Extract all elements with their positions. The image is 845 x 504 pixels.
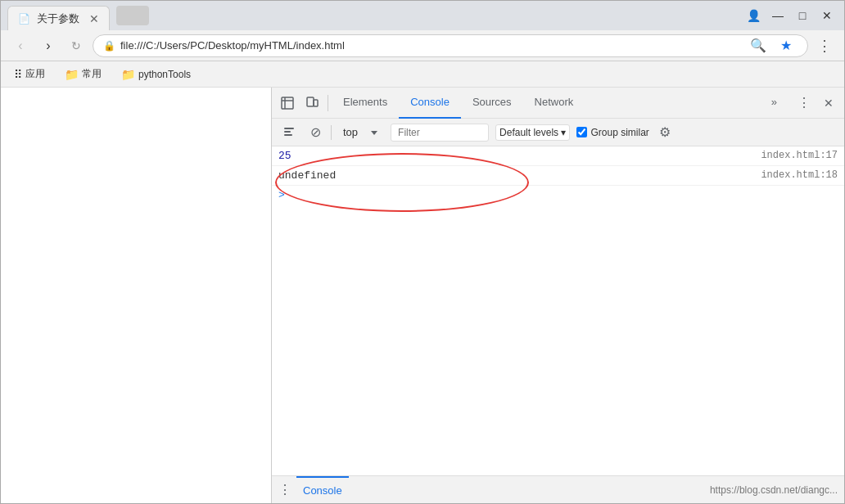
window-controls: 👤 — □ ✕ [743, 5, 838, 26]
user-account-button[interactable]: 👤 [743, 5, 764, 26]
title-bar: 📄 关于参数 ✕ 👤 — □ ✕ [1, 1, 844, 30]
svg-rect-5 [284, 128, 294, 129]
apps-grid-icon: ⠿ [14, 68, 22, 81]
url-bar[interactable]: 🔒 file:///C:/Users/PC/Desktop/myHTML/ind… [93, 34, 808, 57]
devtools-close-button[interactable]: ✕ [816, 91, 841, 115]
console-settings-button[interactable]: ⚙ [659, 124, 671, 140]
clear-console-button[interactable] [278, 122, 300, 143]
console-line-1: 25 index.html:17 [272, 146, 844, 166]
context-selector[interactable]: top [337, 124, 364, 140]
tab-elements[interactable]: Elements [332, 88, 399, 119]
watermark-text: https://blog.csdn.net/diangc... [710, 484, 838, 496]
browser-window: 📄 关于参数 ✕ 👤 — □ ✕ ‹ › ↻ 🔒 file:///C:/User… [0, 0, 845, 504]
search-icon[interactable]: 🔍 [747, 34, 770, 57]
console-value-undefined: undefined [278, 169, 761, 182]
common-label: 常用 [82, 67, 102, 81]
tab-favicon: 📄 [18, 13, 30, 25]
toolbar-separator [328, 95, 328, 111]
tab-more[interactable]: » [760, 88, 789, 119]
apps-label: 应用 [25, 67, 45, 81]
lock-icon: 🔒 [103, 40, 115, 52]
bookmarks-bar: ⠿ 应用 📁 常用 📁 pythonTools [1, 61, 844, 88]
no-block-button[interactable]: ⊘ [305, 122, 326, 143]
console-output: 25 index.html:17 undefined index.html:18… [272, 146, 844, 475]
folder-icon: 📁 [65, 68, 79, 81]
tab-title: 关于参数 [37, 11, 79, 26]
svg-rect-3 [307, 97, 314, 106]
tools-label: pythonTools [138, 69, 191, 80]
tab-console[interactable]: Console [399, 88, 461, 119]
console-line-2: undefined index.html:18 [272, 166, 844, 186]
console-prompt-line: > [272, 186, 844, 205]
devtools-bottom-bar: ⋮ Console https://blog.csdn.net/diangc..… [272, 475, 844, 503]
svg-rect-6 [284, 131, 291, 133]
svg-rect-7 [284, 134, 292, 136]
back-button[interactable]: ‹ [9, 34, 32, 57]
tab-sources[interactable]: Sources [461, 88, 523, 119]
svg-rect-4 [314, 100, 318, 106]
devtools-panel: Elements Console Sources Network » ⋮ [271, 88, 844, 503]
svg-marker-8 [371, 131, 377, 135]
forward-button[interactable]: › [37, 34, 60, 57]
context-arrow-icon [369, 128, 379, 137]
group-similar-check[interactable] [576, 127, 587, 137]
devtools-tabs: Elements Console Sources Network » [332, 88, 789, 119]
tab-network[interactable]: Network [523, 88, 585, 119]
main-content: Elements Console Sources Network » ⋮ [1, 88, 844, 503]
group-similar-label: Group similar [590, 127, 648, 138]
minimize-button[interactable]: — [767, 5, 789, 26]
device-toolbar-button[interactable] [300, 91, 324, 115]
close-button[interactable]: ✕ [816, 5, 838, 26]
bookmark-icon[interactable]: ★ [775, 34, 798, 57]
address-bar: ‹ › ↻ 🔒 file:///C:/Users/PC/Desktop/myHT… [1, 30, 844, 61]
prompt-arrow-icon: > [278, 189, 285, 201]
common-bookmark[interactable]: 📁 常用 [60, 65, 106, 83]
bottom-console-tab[interactable]: Console [296, 476, 349, 504]
svg-rect-0 [282, 97, 293, 109]
console-link-1[interactable]: index.html:17 [761, 150, 838, 161]
console-link-2[interactable]: index.html:18 [761, 169, 838, 181]
filter-area: Default levels ▾ Group similar ⚙ [391, 124, 838, 142]
inspect-element-button[interactable] [275, 91, 300, 115]
menu-button[interactable]: ⋮ [813, 34, 836, 57]
console-value-25: 25 [278, 150, 761, 162]
filter-input[interactable] [391, 124, 489, 142]
page-area [1, 88, 271, 503]
devtools-toolbar: Elements Console Sources Network » ⋮ [272, 88, 844, 119]
url-text: file:///C:/Users/PC/Desktop/myHTML/index… [120, 39, 742, 52]
devtools-more-button[interactable]: ⋮ [792, 91, 816, 115]
tab-close-button[interactable]: ✕ [89, 12, 99, 25]
group-similar-checkbox[interactable]: Group similar [576, 127, 648, 138]
new-tab[interactable] [116, 6, 149, 25]
refresh-button[interactable]: ↻ [65, 34, 88, 57]
active-tab[interactable]: 📄 关于参数 ✕ [7, 6, 110, 30]
levels-dropdown[interactable]: Default levels ▾ [495, 124, 570, 141]
console-sep-1 [331, 125, 332, 140]
maximize-button[interactable]: □ [792, 5, 813, 26]
apps-bookmark[interactable]: ⠿ 应用 [9, 65, 50, 83]
pythontools-bookmark[interactable]: 📁 pythonTools [116, 66, 196, 83]
console-bar: ⊘ top Default levels ▾ Group similar ⚙ [272, 119, 844, 146]
bottom-menu-icon[interactable]: ⋮ [278, 482, 291, 497]
folder-icon-2: 📁 [121, 68, 135, 81]
